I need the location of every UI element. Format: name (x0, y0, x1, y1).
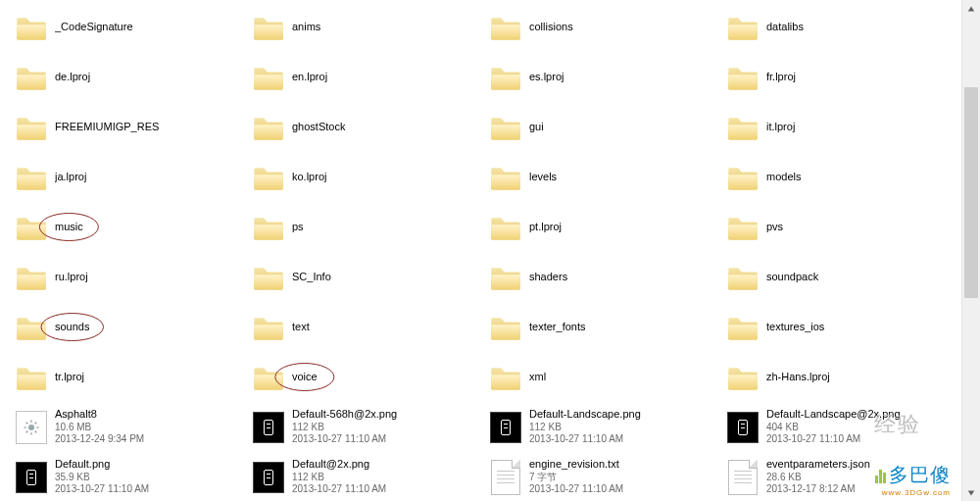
folder-item[interactable]: models (721, 152, 958, 202)
item-meta: ja.lproj (55, 171, 86, 184)
item-size: 35.9 KB (55, 472, 149, 484)
item-meta: text (292, 321, 310, 334)
folder-item[interactable]: ps (247, 202, 484, 252)
item-name: pt.lproj (529, 221, 562, 234)
folder-item[interactable]: text (247, 302, 484, 352)
item-meta: Default.png35.9 KB2013-10-27 11:10 AM (55, 458, 149, 496)
folder-icon (251, 110, 286, 145)
item-date: 2013-10-27 11:10 AM (292, 433, 397, 446)
file-item[interactable]: Default-Landscape.png112 KB2013-10-27 11… (484, 402, 721, 452)
item-name: zh-Hans.lproj (766, 371, 830, 384)
item-meta: Default-Landscape.png112 KB2013-10-27 11… (529, 408, 641, 446)
item-date: 2013-10-27 11:10 AM (529, 433, 641, 446)
folder-item[interactable]: levels (484, 152, 721, 202)
item-meta: ru.lproj (55, 271, 88, 284)
file-item[interactable]: Asphalt810.6 MB2013-12-24 9:34 PM (10, 402, 247, 452)
item-meta: ko.lproj (292, 171, 326, 184)
item-meta: levels (529, 171, 557, 184)
item-meta: voice (292, 371, 318, 384)
folder-item[interactable]: ru.lproj (10, 252, 247, 302)
item-meta: engine_revision.txt7 字节2013-10-27 11:10 … (529, 458, 623, 496)
png-black-file-icon (488, 410, 523, 445)
item-meta: zh-Hans.lproj (766, 371, 830, 384)
folder-item[interactable]: en.lproj (247, 52, 484, 102)
folder-icon (725, 110, 760, 145)
folder-item[interactable]: _CodeSignature (10, 2, 247, 52)
folder-item[interactable]: tr.lproj (10, 352, 247, 402)
item-name: SC_Info (292, 271, 331, 284)
item-name: gui (529, 121, 544, 134)
folder-item[interactable]: pvs (721, 202, 958, 252)
item-name: engine_revision.txt (529, 458, 623, 472)
scroll-up-button[interactable] (962, 0, 980, 17)
item-meta: pvs (766, 221, 783, 234)
item-name: eventparameters.json (766, 458, 870, 472)
item-meta: gui (529, 121, 544, 134)
item-name: en.lproj (292, 71, 327, 84)
folder-item[interactable]: soundpack (721, 252, 958, 302)
item-date: 2013-10-27 11:10 AM (55, 483, 149, 496)
file-grid: _CodeSignature anims collisions (0, 0, 958, 501)
item-name: anims (292, 21, 320, 34)
item-name: textures_ios (766, 321, 824, 334)
folder-item[interactable]: es.lproj (484, 52, 721, 102)
folder-item[interactable]: de.lproj (10, 52, 247, 102)
folder-icon (14, 160, 49, 195)
scroll-thumb[interactable] (964, 87, 978, 298)
folder-item[interactable]: it.lproj (721, 102, 958, 152)
folder-item[interactable]: texter_fonts (484, 302, 721, 352)
item-name: texter_fonts (529, 321, 585, 334)
folder-icon (725, 310, 760, 345)
folder-icon (14, 310, 49, 345)
folder-item[interactable]: music (10, 202, 247, 252)
folder-item[interactable]: textures_ios (721, 302, 958, 352)
folder-item[interactable]: ko.lproj (247, 152, 484, 202)
item-meta: _CodeSignature (55, 21, 133, 34)
file-item[interactable]: Default@2x.png112 KB2013-10-27 11:10 AM (247, 452, 484, 501)
item-meta: xml (529, 371, 546, 384)
vertical-scrollbar[interactable] (961, 0, 980, 501)
item-meta: en.lproj (292, 71, 327, 84)
folder-item[interactable]: anims (247, 2, 484, 52)
item-meta: it.lproj (766, 121, 795, 134)
png-black-file-icon (725, 410, 760, 445)
folder-icon (251, 360, 286, 395)
item-name: ru.lproj (55, 271, 88, 284)
folder-item[interactable]: pt.lproj (484, 202, 721, 252)
item-name: Default@2x.png (292, 458, 386, 472)
folder-item[interactable]: sounds (10, 302, 247, 352)
folder-item[interactable]: xml (484, 352, 721, 402)
folder-item[interactable]: ghostStock (247, 102, 484, 152)
file-item[interactable]: Default-568h@2x.png112 KB2013-10-27 11:1… (247, 402, 484, 452)
item-meta: soundpack (766, 271, 818, 284)
item-meta: ps (292, 221, 304, 234)
folder-icon (488, 360, 523, 395)
folder-item[interactable]: FREEMIUMIGP_RES (10, 102, 247, 152)
folder-item[interactable]: shaders (484, 252, 721, 302)
folder-item[interactable]: ja.lproj (10, 152, 247, 202)
file-item[interactable]: Default.png35.9 KB2013-10-27 11:10 AM (10, 452, 247, 501)
scroll-down-button[interactable] (962, 484, 980, 501)
folder-item[interactable]: fr.lproj (721, 52, 958, 102)
item-meta: es.lproj (529, 71, 564, 84)
txt-file-icon (488, 460, 523, 495)
folder-icon (488, 260, 523, 295)
item-name: ps (292, 221, 304, 234)
folder-item[interactable]: datalibs (721, 2, 958, 52)
folder-icon (14, 210, 49, 245)
file-item[interactable]: eventparameters.json28.6 KB2013-12-17 8:… (721, 452, 958, 501)
item-date: 2013-12-17 8:12 AM (766, 483, 870, 496)
folder-item[interactable]: SC_Info (247, 252, 484, 302)
folder-item[interactable]: collisions (484, 2, 721, 52)
scroll-track[interactable] (962, 17, 980, 484)
file-item[interactable]: engine_revision.txt7 字节2013-10-27 11:10 … (484, 452, 721, 501)
folder-item[interactable]: zh-Hans.lproj (721, 352, 958, 402)
item-meta: eventparameters.json28.6 KB2013-12-17 8:… (766, 458, 870, 496)
item-meta: models (766, 171, 801, 184)
file-item[interactable]: Default-Landscape@2x.png404 KB2013-10-27… (721, 402, 958, 452)
folder-item[interactable]: gui (484, 102, 721, 152)
item-name: text (292, 321, 310, 334)
folder-item[interactable]: voice (247, 352, 484, 402)
folder-icon (488, 310, 523, 345)
folder-icon (251, 210, 286, 245)
